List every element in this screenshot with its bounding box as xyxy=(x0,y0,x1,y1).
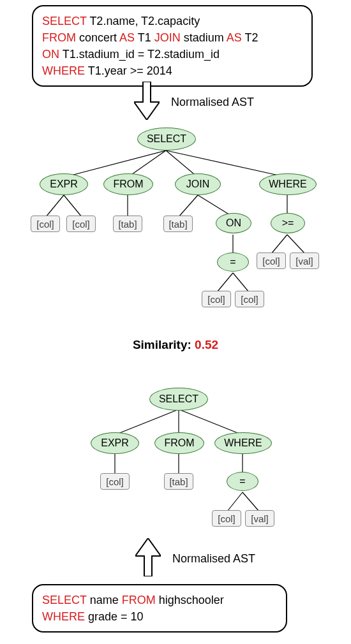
sql-line: WHERE grade = 10 xyxy=(42,608,277,625)
similarity-label: Similarity: 0.52 xyxy=(0,338,351,352)
sql-text: T2.name, T2.capacity xyxy=(87,15,200,27)
keyword-where: WHERE xyxy=(42,64,85,77)
sql-line: SELECT name FROM highschooler xyxy=(42,592,277,608)
keyword-where: WHERE xyxy=(42,610,85,623)
ast-leaf-val: [val] xyxy=(245,510,274,527)
ast-leaf-col: [col] xyxy=(202,291,231,307)
ast-node-eq: = xyxy=(217,252,249,272)
ast-node-ge: >= xyxy=(271,213,305,233)
svg-line-7 xyxy=(179,195,198,217)
sql-text: stadium xyxy=(181,31,227,44)
sql-line: FROM concert AS T1 JOIN stadium AS T2 xyxy=(42,29,302,46)
keyword-from: FROM xyxy=(42,31,76,44)
ast-node-where: WHERE xyxy=(259,173,317,195)
svg-line-3 xyxy=(166,150,287,177)
ast-node-join: JOIN xyxy=(175,173,221,195)
svg-line-15 xyxy=(115,409,179,435)
arrow-label-top: Normalised AST xyxy=(171,96,254,109)
ast-node-select: SELECT xyxy=(137,128,196,150)
keyword-select: SELECT xyxy=(42,594,87,606)
ast-node-eq: = xyxy=(227,472,258,491)
svg-line-11 xyxy=(233,273,249,292)
svg-line-13 xyxy=(271,235,287,254)
sql-text: T1.year >= 2014 xyxy=(85,64,172,77)
keyword-as: AS xyxy=(119,31,135,44)
svg-line-14 xyxy=(287,235,305,254)
ast-leaf-tab: [tab] xyxy=(164,473,193,490)
sql-line: ON T1.stadium_id = T2.stadium_id xyxy=(42,46,302,62)
ast-leaf-tab: [tab] xyxy=(163,216,193,232)
keyword-select: SELECT xyxy=(42,15,87,27)
svg-line-5 xyxy=(64,195,82,217)
ast-leaf-col: [col] xyxy=(31,216,60,232)
sql-text: name xyxy=(87,594,122,606)
ast-node-where: WHERE xyxy=(214,432,272,454)
svg-line-21 xyxy=(227,492,243,511)
sql-text: concert xyxy=(76,31,119,44)
ast-leaf-col: [col] xyxy=(235,291,264,307)
similarity-text: Similarity: xyxy=(133,338,195,351)
svg-line-10 xyxy=(217,273,233,292)
svg-line-17 xyxy=(179,409,243,435)
keyword-on: ON xyxy=(42,48,59,61)
ast-node-select: SELECT xyxy=(149,388,208,411)
sql-line: SELECT T2.name, T2.capacity xyxy=(42,13,302,29)
keyword-as: AS xyxy=(227,31,242,44)
arrow-down-icon xyxy=(134,82,160,120)
ast-node-from: FROM xyxy=(154,432,204,454)
ast-leaf-val: [val] xyxy=(290,252,319,269)
keyword-join: JOIN xyxy=(154,31,181,44)
ast-node-expr: EXPR xyxy=(40,173,88,195)
arrow-up-icon xyxy=(135,538,161,576)
sql-text: grade = 10 xyxy=(85,610,144,623)
sql-box-bottom: SELECT name FROM highschooler WHERE grad… xyxy=(32,584,287,633)
svg-line-22 xyxy=(243,492,259,511)
similarity-value: 0.52 xyxy=(195,338,218,351)
sql-text: T2 xyxy=(242,31,258,44)
sql-text: T1 xyxy=(135,31,154,44)
ast-leaf-col: [col] xyxy=(212,510,241,527)
sql-text: T1.stadium_id = T2.stadium_id xyxy=(59,48,220,61)
arrow-label-bottom: Normalised AST xyxy=(172,552,255,566)
keyword-from: FROM xyxy=(122,594,156,606)
ast-node-expr: EXPR xyxy=(91,432,139,454)
ast-leaf-col: [col] xyxy=(257,252,286,269)
svg-line-0 xyxy=(64,150,166,177)
ast-leaf-col: [col] xyxy=(66,216,96,232)
ast-node-on: ON xyxy=(216,213,251,233)
svg-line-4 xyxy=(46,195,64,217)
ast-leaf-col: [col] xyxy=(100,473,130,490)
sql-text: highschooler xyxy=(156,594,224,606)
ast-node-from: FROM xyxy=(103,173,153,195)
sql-box-top: SELECT T2.name, T2.capacity FROM concert… xyxy=(32,5,313,87)
sql-line: WHERE T1.year >= 2014 xyxy=(42,62,302,79)
ast-leaf-tab: [tab] xyxy=(113,216,142,232)
